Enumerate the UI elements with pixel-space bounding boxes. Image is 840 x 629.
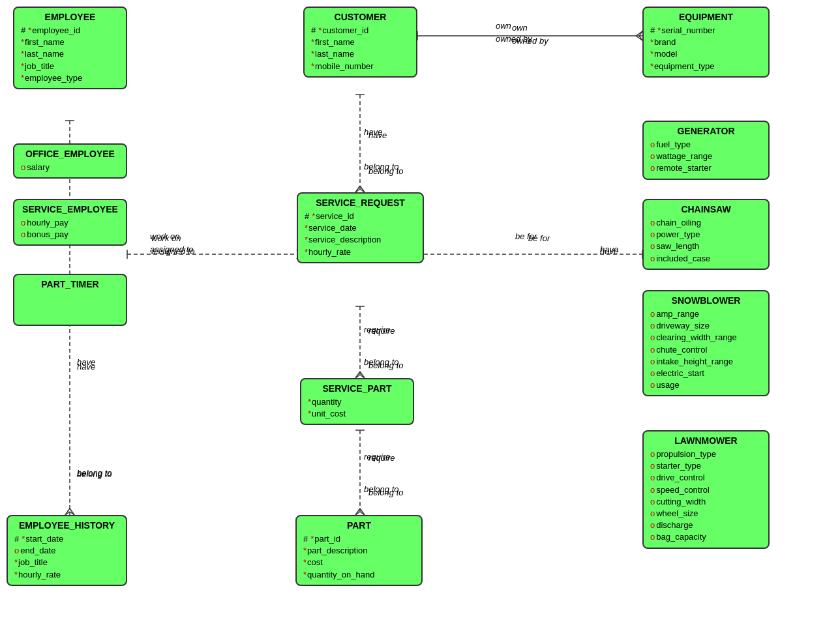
field-saw-length: o saw_length	[650, 241, 762, 252]
field-service-description: * service_description	[305, 234, 416, 246]
entity-part-timer-title: PART_TIMER	[21, 279, 119, 289]
field-customer-last-name: * last_name	[311, 48, 410, 60]
field-chain-oiling: o chain_oiling	[650, 217, 762, 229]
field-amp-range: o amp_range	[650, 308, 762, 320]
field-bag-capacity: o bag_capacity	[650, 531, 762, 543]
svg-line-1	[636, 31, 642, 36]
rel-assigned-to: assigned to	[150, 244, 194, 254]
field-cutting-width: o cutting_width	[650, 496, 762, 508]
entity-employee: EMPLOYEE # * employee_id * first_name * …	[13, 7, 127, 89]
entity-lawnmower: LAWNMOWER o propulsion_type o starter_ty…	[642, 430, 770, 549]
field-model: * model	[650, 48, 762, 60]
entity-chainsaw-title: CHAINSAW	[650, 204, 762, 214]
rel-belong-to-c: belong to	[364, 162, 399, 171]
field-employee-id: # * employee_id	[21, 25, 119, 37]
field-end-date: o end_date	[14, 545, 119, 557]
entity-office-employee: OFFICE_EMPLOYEE o salary	[13, 143, 127, 179]
field-bonus-pay: o bonus_pay	[21, 229, 119, 241]
field-power-type: o power_type	[650, 229, 762, 241]
field-intake-height-range: o intake_height_range	[650, 356, 762, 368]
svg-line-38	[70, 508, 74, 515]
svg-line-2	[636, 36, 642, 40]
field-eh-job-title: * job_title	[14, 557, 119, 568]
entity-customer-title: CUSTOMER	[311, 12, 410, 22]
field-included-case: o included_case	[650, 253, 762, 265]
entity-snowblower: SNOWBLOWER o amp_range o driveway_size o…	[642, 290, 770, 396]
entity-employee-history-title: EMPLOYEE_HISTORY	[14, 520, 119, 531]
rel-belong-to-p: belong to	[364, 484, 399, 494]
label-own: own	[512, 23, 528, 33]
rel-belong-to-sp: belong to	[364, 357, 399, 367]
svg-line-8	[360, 186, 365, 192]
rel-be-for: be for	[515, 231, 537, 241]
svg-line-31	[355, 508, 360, 515]
rel-require-sp: require	[364, 325, 390, 334]
field-usage: o usage	[650, 379, 762, 391]
field-serial-number: # * serial_number	[650, 25, 762, 37]
rel-have-eq: have	[600, 244, 618, 254]
entity-lawnmower-title: LAWNMOWER	[650, 435, 762, 446]
field-customer-first-name: * first_name	[311, 37, 410, 48]
rel-have-c: have	[364, 127, 382, 137]
field-mobile-number: * mobile_number	[311, 61, 410, 72]
entity-service-employee-title: SERVICE_EMPLOYEE	[21, 204, 119, 214]
entity-part-timer: PART_TIMER	[13, 274, 127, 326]
field-equipment-type: * equipment_type	[650, 61, 762, 72]
entity-part-title: PART	[303, 520, 415, 531]
svg-line-32	[360, 508, 365, 515]
rel-work-on: work on	[150, 231, 180, 241]
field-sr-hourly-rate: * hourly_rate	[305, 246, 416, 258]
svg-line-7	[355, 186, 360, 192]
field-discharge: o discharge	[650, 519, 762, 531]
field-drive-control: o drive_control	[650, 472, 762, 484]
field-remote-starter: o remote_starter	[650, 162, 762, 174]
entity-generator: GENERATOR o fuel_type o wattage_range o …	[642, 121, 770, 180]
svg-line-26	[360, 372, 365, 378]
entity-snowblower-title: SNOWBLOWER	[650, 295, 762, 306]
field-fuel-type: o fuel_type	[650, 139, 762, 151]
field-part-id: # * part_id	[303, 533, 415, 545]
field-employee-type: * employee_type	[21, 72, 119, 84]
entity-employee-history: EMPLOYEE_HISTORY # * start_date o end_da…	[7, 515, 127, 586]
field-service-id: # * service_id	[305, 211, 416, 222]
entity-equipment: EQUIPMENT # * serial_number * brand * mo…	[642, 7, 770, 78]
svg-line-37	[65, 508, 70, 515]
field-brand: * brand	[650, 37, 762, 48]
field-first-name: * first_name	[21, 37, 119, 48]
field-customer-id: # * customer_id	[311, 25, 410, 37]
entity-customer: CUSTOMER # * customer_id * first_name * …	[303, 7, 417, 78]
field-salary: o salary	[21, 162, 119, 173]
entity-service-request: SERVICE_REQUEST # * service_id * service…	[297, 192, 424, 263]
field-speed-control: o speed_control	[650, 484, 762, 496]
rel-have-emp: have	[77, 357, 95, 367]
field-cost: * cost	[303, 557, 415, 568]
field-eh-hourly-rate: * hourly_rate	[14, 569, 119, 581]
field-electric-start: o electric_start	[650, 368, 762, 379]
field-wattage-range: o wattage_range	[650, 151, 762, 162]
field-clearing-width-range: o clearing_width_range	[650, 332, 762, 344]
field-propulsion-type: o propulsion_type	[650, 448, 762, 460]
field-quantity: * quantity	[308, 396, 406, 408]
rel-owned-by: owned by	[496, 34, 532, 44]
field-start-date: # * start_date	[14, 533, 119, 545]
field-unit-cost: * unit_cost	[308, 408, 406, 420]
field-chute-control: o chute_control	[650, 344, 762, 356]
entity-employee-title: EMPLOYEE	[21, 12, 119, 22]
erd-diagram: own owned by have belong to work on assi…	[0, 0, 840, 629]
rel-own: own	[496, 21, 511, 31]
field-wheel-size: o wheel_size	[650, 508, 762, 519]
entity-office-employee-title: OFFICE_EMPLOYEE	[21, 149, 119, 159]
field-driveway-size: o driveway_size	[650, 320, 762, 332]
svg-line-25	[355, 372, 360, 378]
field-job-title: * job_title	[21, 61, 119, 72]
entity-service-request-title: SERVICE_REQUEST	[305, 197, 416, 208]
entity-generator-title: GENERATOR	[650, 126, 762, 136]
field-service-date: * service_date	[305, 222, 416, 234]
field-hourly-pay: o hourly_pay	[21, 217, 119, 229]
field-last-name: * last_name	[21, 48, 119, 60]
entity-service-part: SERVICE_PART * quantity * unit_cost	[300, 378, 414, 425]
field-part-description: * part_description	[303, 545, 415, 557]
field-quantity-on-hand: * quantity_on_hand	[303, 569, 415, 581]
entity-service-employee: SERVICE_EMPLOYEE o hourly_pay o bonus_pa…	[13, 199, 127, 246]
rel-require-p: require	[364, 452, 390, 461]
